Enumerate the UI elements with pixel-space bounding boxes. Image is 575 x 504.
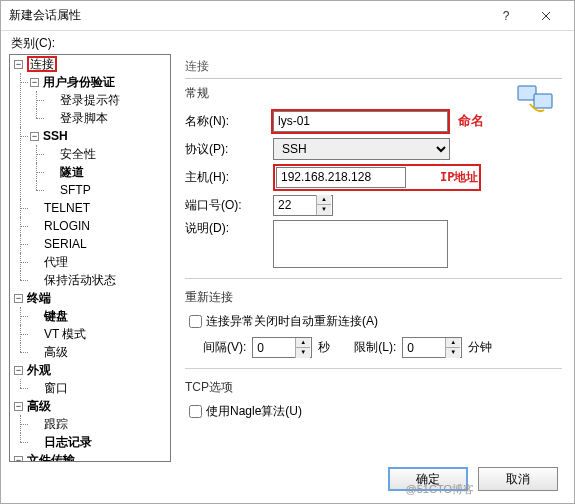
svg-rect-1 — [534, 94, 552, 108]
limit-input[interactable] — [403, 341, 445, 355]
tree-toggle-icon[interactable]: − — [14, 402, 23, 411]
tree-toggle-icon[interactable]: − — [14, 294, 23, 303]
tree-node-vtmode[interactable]: VT 模式 — [42, 327, 88, 341]
limit-stepper[interactable]: ▲▼ — [402, 337, 462, 358]
chevron-up-icon[interactable]: ▲ — [296, 338, 310, 348]
desc-label: 说明(D): — [185, 220, 273, 237]
port-label: 端口号(O): — [185, 197, 273, 214]
protocol-label: 协议(P): — [185, 141, 273, 158]
tree-node-ssh[interactable]: SSH — [41, 129, 70, 143]
help-button[interactable]: ? — [486, 1, 526, 31]
tree-node-tunnel[interactable]: 隧道 — [58, 165, 86, 179]
tree-toggle-icon[interactable]: − — [14, 456, 23, 462]
host-input[interactable] — [276, 167, 406, 188]
reconnect-subhead: 重新连接 — [185, 289, 562, 306]
tree-node-window[interactable]: 窗口 — [42, 381, 70, 395]
port-stepper[interactable]: ▲▼ — [273, 195, 333, 216]
port-input[interactable] — [274, 198, 316, 212]
auto-reconnect-label: 连接异常关闭时自动重新连接(A) — [206, 313, 378, 330]
tree-node-keyboard[interactable]: 键盘 — [42, 309, 70, 323]
window-title: 新建会话属性 — [9, 7, 486, 24]
tree-node-login-prompt[interactable]: 登录提示符 — [58, 93, 122, 107]
close-button[interactable] — [526, 1, 566, 31]
chevron-up-icon[interactable]: ▲ — [317, 195, 331, 205]
tree-node-security[interactable]: 安全性 — [58, 147, 98, 161]
watermark-text: @51CTO博客 — [406, 482, 474, 497]
tcp-subhead: TCP选项 — [185, 379, 562, 396]
nagle-checkbox[interactable] — [189, 405, 202, 418]
tree-node-connection[interactable]: 连接 — [28, 57, 56, 71]
tree-node-proxy[interactable]: 代理 — [42, 255, 70, 269]
tree-node-advanced2[interactable]: 高级 — [25, 399, 53, 413]
tree-toggle-icon[interactable]: − — [30, 78, 39, 87]
interval-input[interactable] — [253, 341, 295, 355]
tree-node-logging[interactable]: 日志记录 — [42, 435, 94, 449]
tree-node-keepalive[interactable]: 保持活动状态 — [42, 273, 118, 287]
titlebar: 新建会话属性 ? — [1, 1, 574, 31]
minutes-label: 分钟 — [468, 339, 492, 356]
close-icon — [541, 11, 551, 21]
auto-reconnect-checkbox[interactable] — [189, 315, 202, 328]
tree-node-advanced[interactable]: 高级 — [42, 345, 70, 359]
tree-node-telnet[interactable]: TELNET — [42, 201, 92, 215]
tree-node-terminal[interactable]: 终端 — [25, 291, 53, 305]
nagle-label: 使用Nagle算法(U) — [206, 403, 302, 420]
protocol-select[interactable]: SSH — [273, 138, 450, 160]
tree-toggle-icon[interactable]: − — [14, 60, 23, 69]
interval-label: 间隔(V): — [203, 339, 246, 356]
tree-toggle-icon[interactable]: − — [30, 132, 39, 141]
tree-node-filexfer[interactable]: 文件传输 — [25, 453, 77, 462]
category-label: 类别(C): — [11, 36, 55, 50]
limit-label: 限制(L): — [354, 339, 396, 356]
tree-node-rlogin[interactable]: RLOGIN — [42, 219, 92, 233]
svg-rect-0 — [518, 86, 536, 100]
panel-heading: 连接 — [185, 58, 562, 79]
tree-node-auth[interactable]: 用户身份验证 — [41, 75, 117, 89]
host-annotation: IP地址 — [440, 169, 478, 186]
name-input[interactable] — [273, 111, 448, 132]
desc-textarea[interactable] — [273, 220, 448, 268]
chevron-down-icon[interactable]: ▼ — [317, 205, 331, 215]
tree-node-login-script[interactable]: 登录脚本 — [58, 111, 110, 125]
connection-icon — [516, 80, 558, 116]
chevron-down-icon[interactable]: ▼ — [446, 348, 460, 358]
name-annotation: 命名 — [458, 112, 484, 130]
cancel-button[interactable]: 取消 — [478, 467, 558, 491]
tree-node-serial[interactable]: SERIAL — [42, 237, 89, 251]
tree-node-appearance[interactable]: 外观 — [25, 363, 53, 377]
tree-node-sftp[interactable]: SFTP — [58, 183, 93, 197]
category-tree[interactable]: − 连接 −用户身份验证 登录提示符 登录脚本 −SSH 安全性 — [9, 54, 171, 462]
settings-panel: 连接 常规 名称(N): 命名 协议(P): SSH 主机(H): — [171, 54, 574, 462]
host-label: 主机(H): — [185, 169, 273, 186]
chevron-down-icon[interactable]: ▼ — [296, 348, 310, 358]
seconds-label: 秒 — [318, 339, 330, 356]
tree-toggle-icon[interactable]: − — [14, 366, 23, 375]
tree-node-trace[interactable]: 跟踪 — [42, 417, 70, 431]
name-label: 名称(N): — [185, 113, 273, 130]
chevron-up-icon[interactable]: ▲ — [446, 338, 460, 348]
interval-stepper[interactable]: ▲▼ — [252, 337, 312, 358]
general-subhead: 常规 — [185, 85, 562, 102]
